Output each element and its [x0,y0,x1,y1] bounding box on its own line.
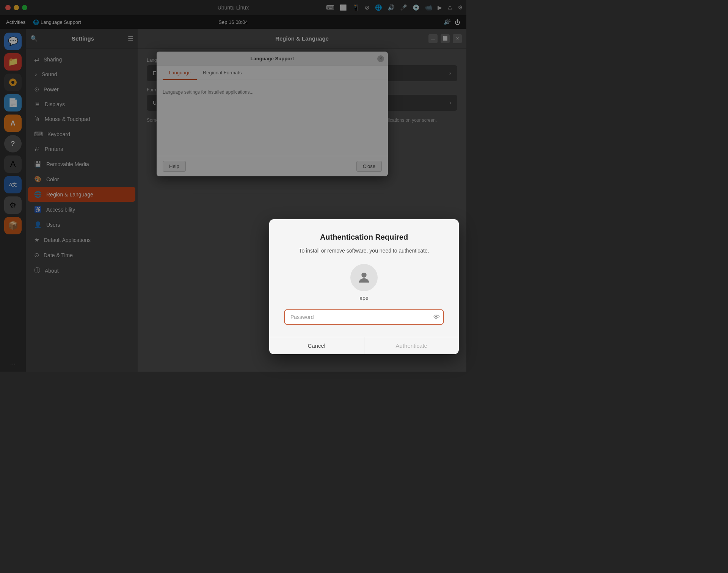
auth-dialog-buttons: Cancel Authenticate [269,337,459,354]
svg-point-2 [361,272,366,277]
toggle-password-visibility-button[interactable]: 👁 [433,313,440,321]
auth-description: To install or remove software, you need … [299,247,429,255]
authenticate-button[interactable]: Authenticate [364,337,459,354]
auth-dialog: Authentication Required To install or re… [269,219,459,354]
cancel-button[interactable]: Cancel [269,337,364,354]
auth-overlay: Authentication Required To install or re… [0,0,466,372]
auth-username: ape [359,295,368,301]
password-input[interactable] [284,309,444,325]
auth-title: Authentication Required [320,233,408,242]
password-input-wrap: 👁 [284,309,444,325]
eye-icon: 👁 [433,313,440,320]
user-icon [356,270,372,285]
user-avatar [350,264,378,291]
auth-dialog-body: Authentication Required To install or re… [269,219,459,337]
